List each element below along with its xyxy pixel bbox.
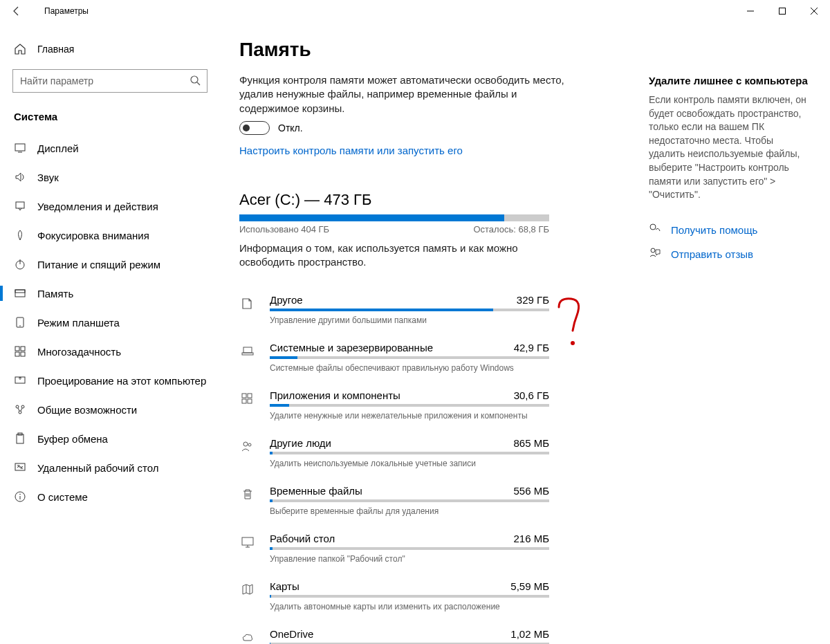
category-size: 216 МБ <box>513 533 549 544</box>
storage-sense-description: Функция контроля памяти может автоматиче… <box>239 73 564 116</box>
sidebar-item-clipboard[interactable]: Буфер обмена <box>0 424 221 453</box>
svg-rect-18 <box>21 352 25 356</box>
sidebar-item-label: О системе <box>37 491 88 503</box>
get-help-link[interactable]: Получить помощь <box>649 223 811 237</box>
category-size: 5,59 МБ <box>510 580 549 592</box>
storage-category-desktop[interactable]: Рабочий стол216 МБУправление папкой "Раб… <box>239 524 549 572</box>
category-bar <box>270 499 549 502</box>
category-bar <box>270 452 549 454</box>
sidebar-item-label: Многозадачность <box>37 346 121 358</box>
storage-category-temp[interactable]: Временные файлы556 МБВыберите временные … <box>239 477 549 524</box>
home-icon <box>14 43 26 55</box>
sidebar-home-label: Главная <box>37 44 74 55</box>
search-icon <box>190 75 201 88</box>
sidebar-item-multitask[interactable]: Многозадачность <box>0 337 221 366</box>
sidebar-item-tablet[interactable]: Режим планшета <box>0 308 221 337</box>
svg-rect-15 <box>15 347 19 351</box>
usage-info-text: Информация о том, как используется памят… <box>239 241 564 270</box>
svg-rect-39 <box>242 537 253 545</box>
sidebar-item-remote[interactable]: Удаленный рабочий стол <box>0 453 221 482</box>
svg-rect-35 <box>242 399 246 403</box>
category-size: 1,02 МБ <box>510 628 549 640</box>
sound-icon <box>14 171 26 183</box>
storage-category-system[interactable]: Системные и зарезервированные42,9 ГБСист… <box>239 333 549 381</box>
category-description: Удалите ненужные или нежелательные прило… <box>270 411 549 421</box>
category-size: 865 МБ <box>513 437 549 449</box>
svg-rect-32 <box>243 347 252 353</box>
sidebar-item-about[interactable]: О системе <box>0 482 221 511</box>
sidebar-item-storage[interactable]: Память <box>0 279 221 308</box>
category-name: Приложения и компоненты <box>270 389 400 401</box>
back-button[interactable] <box>6 0 28 22</box>
category-description: Удалить неиспользуемые локальные учетные… <box>270 459 549 468</box>
category-size: 556 МБ <box>513 485 549 497</box>
svg-point-30 <box>19 494 21 495</box>
svg-point-38 <box>248 443 251 446</box>
window-title: Параметры <box>44 6 89 16</box>
svg-line-5 <box>197 82 200 85</box>
storage-icon <box>14 287 26 300</box>
svg-point-43 <box>651 248 655 252</box>
feedback-icon <box>649 247 661 261</box>
sidebar-item-label: Общие возможности <box>37 404 137 416</box>
sidebar-item-label: Удаленный рабочий стол <box>37 462 158 474</box>
sidebar-home[interactable]: Главная <box>0 36 221 62</box>
storage-category-apps[interactable]: Приложения и компоненты30,6 ГБУдалите не… <box>239 381 549 429</box>
category-size: 30,6 ГБ <box>514 389 549 401</box>
titlebar: Параметры <box>0 0 830 22</box>
svg-rect-25 <box>17 434 24 443</box>
drive-usage-bar <box>239 214 549 221</box>
maximize-button[interactable] <box>766 0 798 22</box>
page-title: Память <box>239 39 625 61</box>
shared-icon <box>14 403 26 416</box>
category-description: Выберите временные файлы для удаления <box>270 506 549 516</box>
onedrive-icon <box>239 628 256 644</box>
temp-icon <box>239 485 256 516</box>
svg-rect-1 <box>780 8 786 15</box>
storage-category-onedrive[interactable]: OneDrive1,02 МБ <box>239 620 549 644</box>
drive-free-label: Осталось: 68,8 ГБ <box>473 224 549 234</box>
minimize-button[interactable] <box>735 0 766 22</box>
sidebar-item-display[interactable]: Дисплей <box>0 134 221 163</box>
configure-storage-sense-link[interactable]: Настроить контроль памяти или запустить … <box>239 145 625 156</box>
close-button[interactable] <box>798 0 830 22</box>
category-name: Рабочий стол <box>270 533 335 544</box>
other-icon <box>239 294 256 325</box>
svg-line-23 <box>18 408 19 411</box>
sidebar-item-project[interactable]: Проецирование на этот компьютер <box>0 366 221 395</box>
category-size: 329 ГБ <box>517 294 549 306</box>
sidebar-item-power[interactable]: Питание и спящий режим <box>0 250 221 279</box>
storage-category-maps[interactable]: Карты5,59 МБУдалить автономные карты или… <box>239 572 549 620</box>
notifications-icon <box>14 200 26 212</box>
category-bar <box>270 547 549 550</box>
sidebar-item-shared[interactable]: Общие возможности <box>0 395 221 424</box>
sidebar-item-label: Уведомления и действия <box>37 201 158 212</box>
category-bar <box>270 309 549 311</box>
sidebar-item-focus[interactable]: Фокусировка внимания <box>0 221 221 250</box>
sidebar-item-label: Питание и спящий режим <box>37 259 160 270</box>
svg-point-4 <box>191 76 198 83</box>
feedback-link[interactable]: Отправить отзыв <box>649 247 811 261</box>
category-description: Управление другими большими папками <box>270 315 549 325</box>
svg-rect-8 <box>16 202 24 208</box>
search-input[interactable] <box>12 69 208 93</box>
storage-sense-toggle[interactable] <box>239 121 270 135</box>
power-icon <box>14 258 26 270</box>
right-panel-text: Если контроль памяти включен, он будет о… <box>649 93 811 202</box>
desktop-icon <box>239 533 256 564</box>
category-size: 42,9 ГБ <box>514 342 549 353</box>
svg-point-42 <box>650 224 656 230</box>
sidebar-item-sound[interactable]: Звук <box>0 163 221 192</box>
svg-rect-36 <box>248 399 252 403</box>
svg-point-20 <box>16 405 19 408</box>
sidebar-item-notifications[interactable]: Уведомления и действия <box>0 192 221 221</box>
drive-name: Acer (C:) — 473 ГБ <box>239 191 625 209</box>
apps-icon <box>239 389 256 421</box>
storage-category-people[interactable]: Другие люди865 МБУдалить неиспользуемые … <box>239 429 549 477</box>
category-name: Другое <box>270 294 303 306</box>
category-name: OneDrive <box>270 628 313 640</box>
storage-category-other[interactable]: Другое329 ГБУправление другими большими … <box>239 286 549 333</box>
svg-rect-33 <box>242 394 246 398</box>
right-panel-title: Удалите лишнее с компьютера <box>649 75 811 86</box>
system-icon <box>239 342 256 373</box>
